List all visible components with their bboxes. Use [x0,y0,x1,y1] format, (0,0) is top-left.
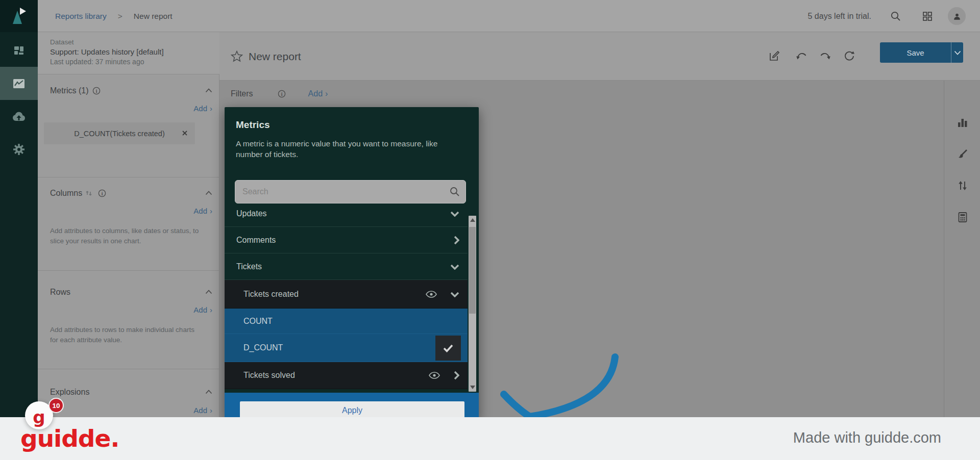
chevron-up-icon[interactable] [205,191,212,195]
check-icon [443,344,454,352]
calculator-icon [957,212,968,223]
paintbrush-icon [957,148,968,160]
info-icon[interactable]: i [98,189,106,197]
guidde-widget-letter: g [33,407,45,427]
app-rail [0,0,38,420]
calculations-button[interactable] [957,211,969,223]
list-item-count[interactable]: COUNT [225,309,468,334]
rail-item-settings[interactable] [0,133,38,166]
info-icon[interactable]: i [92,87,101,95]
list-item-label: Tickets [236,262,262,271]
eye-icon[interactable] [429,372,440,379]
list-item-tickets[interactable]: Tickets [225,253,468,280]
visualization-toolbar [944,81,980,420]
redo-button[interactable] [817,47,834,65]
chevron-up-icon[interactable] [205,290,212,294]
dataset-info: Dataset Support: Updates history [defaul… [38,32,219,74]
list-item-comments[interactable]: Comments [225,227,468,253]
refresh-button[interactable] [841,47,858,65]
scroll-down-arrow-icon[interactable] [470,386,475,389]
selected-check-tile [435,336,461,361]
breadcrumb-separator: > [118,12,122,21]
user-avatar[interactable] [948,7,966,25]
product-logo[interactable] [0,0,38,32]
list-item-tickets-solved[interactable]: Tickets solved [225,362,468,389]
breadcrumb-current: New report [134,12,173,21]
save-button-group: Save [880,42,963,63]
chevron-right-glyph: › [210,305,212,314]
chart-type-button[interactable] [957,116,969,129]
search-icon [449,186,460,197]
list-item-tickets-created[interactable]: Tickets created [225,280,468,309]
rail-item-reports[interactable] [0,67,38,100]
refresh-icon [843,50,855,62]
trial-countdown: 5 days left in trial. [808,0,872,32]
list-scrollbar[interactable] [469,216,476,392]
made-with-guidde-text: Made with guidde.com [793,429,941,446]
person-icon [952,11,962,21]
svg-text:i: i [281,92,282,97]
explosions-title: Explosions [50,388,89,397]
chart-style-button[interactable] [957,148,969,160]
svg-text:i: i [95,89,97,94]
scrollbar-thumb[interactable] [469,227,476,314]
rows-section: Rows Add › Add attributes to rows to mak… [38,270,219,369]
metrics-section-header: Metrics (1) i [50,86,101,95]
scroll-up-arrow-icon[interactable] [470,218,475,222]
metrics-search-input[interactable] [242,181,442,203]
breadcrumb-reports-library[interactable]: Reports library [55,12,107,21]
add-label: Add [193,305,207,314]
chevron-right-glyph: › [210,104,212,113]
info-icon[interactable]: i [278,90,286,98]
save-button[interactable]: Save [880,42,951,63]
chevron-right-glyph: › [210,207,212,215]
dataset-label: Dataset [50,38,219,46]
favorite-star-icon[interactable] [231,50,243,62]
search-icon [890,11,901,22]
metric-chip[interactable]: D_COUNT(Tickets created) [44,122,195,144]
eye-icon[interactable] [426,291,437,298]
dashboard-icon [13,44,25,57]
list-item-label: Tickets created [243,290,299,299]
dataset-last-updated: Last updated: 37 minutes ago [50,58,219,66]
metrics-picker-panel: Metrics A metric is a numeric value that… [225,107,479,420]
metrics-panel-description: A metric is a numeric value that you wan… [236,139,464,160]
chevron-right-icon [453,236,459,245]
filters-row: Filters i Add › [231,81,328,107]
columns-add-button[interactable]: Add › [193,207,212,215]
undo-button[interactable] [793,47,810,65]
explosions-add-button[interactable]: Add › [193,406,212,415]
add-label: Add [193,406,207,415]
add-label: Add [193,207,207,215]
app-screen: Reports library > New report 5 days left… [0,0,980,460]
swap-icon[interactable] [86,189,94,197]
list-item-label: Tickets solved [243,371,295,380]
edit-button[interactable] [766,47,783,65]
list-item-d-count[interactable]: D_COUNT [225,334,468,362]
metrics-add-button[interactable]: Add › [193,104,212,113]
save-dropdown-button[interactable] [951,42,963,63]
rows-description: Add attributes to rows to make individua… [50,325,204,345]
add-label: Add [193,104,207,113]
rail-item-upload[interactable] [0,100,38,133]
list-item-updates[interactable]: Updates [225,207,468,227]
report-chart-icon [12,78,26,90]
chevron-up-icon[interactable] [205,390,212,394]
report-title[interactable]: New report [249,32,301,81]
remove-metric-icon[interactable] [181,130,188,137]
list-item-label: COUNT [243,317,273,326]
add-label: Add [308,89,323,98]
apps-grid-button[interactable] [919,8,936,25]
explosions-section-header: Explosions [50,388,89,397]
top-bar: Reports library > New report 5 days left… [38,0,980,32]
columns-section-header: Columns i [50,189,106,198]
rows-add-button[interactable]: Add › [193,305,212,314]
bar-chart-icon [957,117,968,128]
rail-item-dashboards[interactable] [0,34,38,67]
sort-button[interactable] [957,180,969,192]
chevron-up-icon[interactable] [205,88,212,93]
redo-icon [819,51,831,61]
filters-add-button[interactable]: Add › [308,89,328,98]
chevron-right-icon [453,371,459,380]
search-button[interactable] [887,8,904,25]
